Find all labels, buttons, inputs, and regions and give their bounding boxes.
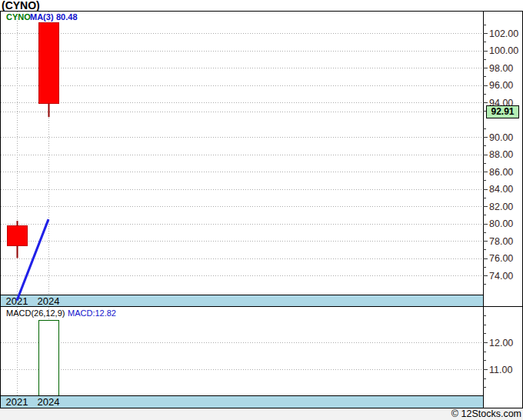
macd-axis-tick-label: 12.00 — [489, 338, 513, 348]
candlesticks — [7, 23, 58, 258]
y-axis-tick-label: 80.00 — [489, 218, 513, 229]
legend-symbol-label: CYNO — [6, 12, 31, 22]
gridlines — [1, 12, 482, 395]
y-axis-tick-label: 100.00 — [489, 45, 518, 56]
y-axis-tick-label: 86.00 — [489, 167, 513, 178]
x-axis-year-label: 2024 — [38, 396, 60, 408]
candle-body — [7, 226, 27, 246]
candle-body — [38, 23, 58, 104]
y-axis-tick-label: 102.00 — [489, 28, 518, 39]
y-axis-tick-label: 96.00 — [489, 80, 513, 91]
legend-ma-value: 80.48 — [56, 12, 78, 22]
price-axis: 102.00100.0098.0096.0094.0090.0088.0086.… — [483, 25, 518, 285]
x-axis-year-label: 2021 — [6, 295, 28, 307]
watermark: © 12Stocks.com — [0, 408, 523, 420]
current-price-tag: 92.91 — [486, 105, 519, 118]
chart-frame — [0, 11, 522, 408]
macd-histogram-bar — [39, 320, 59, 395]
legend-ma-label: MA(3) — [30, 12, 54, 22]
stock-chart: 2021202420212024102.00100.0098.0096.0094… — [0, 0, 523, 420]
x-axis-year-label: 2021 — [6, 396, 28, 408]
y-axis-tick-label: 88.00 — [489, 149, 513, 160]
main-band — [1, 295, 483, 306]
x-axis-year-label: 2024 — [38, 295, 60, 307]
y-axis-tick-label: 98.00 — [489, 63, 513, 74]
y-axis-tick-label: 74.00 — [489, 271, 513, 282]
macd-bar — [39, 320, 59, 395]
macd-params-label: MACD(26,12,9) — [6, 308, 65, 318]
macd-axis: 12.0011.00 — [483, 316, 513, 388]
macd-value-label: MACD:12.82 — [68, 308, 116, 318]
macd-band — [1, 395, 483, 408]
y-axis-tick-label: 84.00 — [489, 184, 513, 195]
y-axis-tick-label: 90.00 — [489, 132, 513, 143]
y-axis-tick-label: 82.00 — [489, 202, 513, 212]
macd-axis-tick-label: 11.00 — [489, 365, 512, 375]
y-axis-tick-label: 78.00 — [489, 236, 513, 247]
y-axis-tick-label: 76.00 — [489, 253, 513, 264]
